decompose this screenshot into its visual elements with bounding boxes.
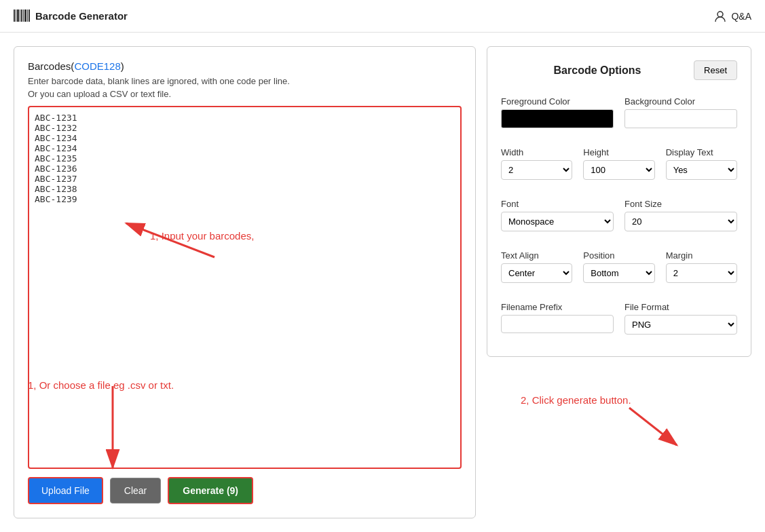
right-panel: Barcode Options Reset Foreground Color B… [487,46,751,357]
svg-rect-0 [14,10,15,22]
margin-label: Margin [666,250,737,261]
height-select[interactable]: 50 75 100 125 150 200 [583,160,654,180]
foreground-color-swatch[interactable] [501,109,614,128]
font-select[interactable]: Monospace Arial Courier Times [501,212,614,231]
font-size-select[interactable]: 10 12 14 16 18 20 24 28 [624,212,737,231]
generate-annotation-area: 2, Click generate button. [609,401,745,457]
color-row: Foreground Color Background Color [501,96,737,128]
svg-rect-2 [17,10,19,22]
font-size-group: Font Size 10 12 14 16 18 20 24 28 [624,199,737,231]
position-group: Position Top Bottom [583,250,654,283]
qa-link[interactable]: Q&A [713,10,751,23]
display-text-label: Display Text [666,147,737,157]
filename-prefix-group: Filename Prefix [501,302,614,335]
foreground-label: Foreground Color [501,96,614,107]
generate-button[interactable]: Generate (9) [168,477,253,504]
font-label: Font [501,199,614,209]
size-row: Width 1 2 3 4 5 Height 50 75 100 [501,147,737,180]
right-panel-wrapper: Barcode Options Reset Foreground Color B… [487,46,751,518]
width-group: Width 1 2 3 4 5 [501,147,572,180]
qa-label: Q&A [731,11,751,22]
generate-arrow-svg [609,401,745,455]
svg-rect-1 [16,10,16,22]
reset-button[interactable]: Reset [694,60,737,80]
text-align-select[interactable]: Left Center Right [501,263,572,283]
background-group: Background Color [624,96,737,128]
text-align-label: Text Align [501,250,572,261]
svg-point-9 [717,12,723,17]
font-group: Font Monospace Arial Courier Times [501,199,614,231]
code128-link[interactable]: CODE128 [74,60,120,72]
svg-rect-6 [24,10,26,22]
file-format-select[interactable]: PNG SVG JPG [624,315,737,335]
background-label: Background Color [624,96,737,107]
font-size-label: Font Size [624,199,737,209]
file-row: Filename Prefix File Format PNG SVG JPG [501,302,737,335]
options-title: Barcode Options [501,64,694,77]
background-color-swatch[interactable] [624,109,737,128]
user-icon [713,10,727,23]
bottom-actions: Upload File Clear Generate (9) [28,477,462,504]
filename-prefix-input[interactable] [501,315,614,333]
panel-subtitle: Enter barcode data, blank lines are igno… [28,76,462,86]
position-select[interactable]: Top Bottom [583,263,654,283]
display-text-group: Display Text Yes No [666,147,737,180]
app-title-area: Barcode Generator [14,10,128,23]
panel-title: Barcodes(CODE128) [28,60,462,72]
height-group: Height 50 75 100 125 150 200 [583,147,654,180]
clear-button[interactable]: Clear [110,478,161,504]
position-label: Position [583,250,654,261]
file-format-label: File Format [624,302,737,312]
left-panel: Barcodes(CODE128) Enter barcode data, bl… [14,46,476,518]
width-label: Width [501,147,572,157]
options-header: Barcode Options Reset [501,60,737,80]
app-title: Barcode Generator [35,10,128,22]
svg-rect-8 [29,10,30,22]
panel-upload-hint: Or you can upload a CSV or text file. [28,89,462,99]
barcode-icon [14,10,30,23]
generate-annotation-text: 2, Click generate button. [521,394,631,406]
margin-group: Margin 0 1 2 3 4 5 10 [666,250,737,283]
svg-rect-7 [27,10,28,22]
align-row: Text Align Left Center Right Position To… [501,250,737,283]
display-text-select[interactable]: Yes No [666,160,737,180]
svg-rect-3 [20,10,20,22]
barcode-textarea[interactable]: ABC-1231 ABC-1232 ABC-1234 ABC-1234 ABC-… [28,106,462,469]
file-format-group: File Format PNG SVG JPG [624,302,737,335]
filename-prefix-label: Filename Prefix [501,302,614,312]
foreground-group: Foreground Color [501,96,614,128]
svg-line-14 [629,408,677,445]
width-select[interactable]: 1 2 3 4 5 [501,160,572,180]
height-label: Height [583,147,654,157]
upload-file-button[interactable]: Upload File [28,477,103,504]
svg-rect-5 [23,10,24,22]
text-align-group: Text Align Left Center Right [501,250,572,283]
margin-select[interactable]: 0 1 2 3 4 5 10 [666,263,737,283]
font-row: Font Monospace Arial Courier Times Font … [501,199,737,231]
svg-rect-4 [21,10,22,22]
